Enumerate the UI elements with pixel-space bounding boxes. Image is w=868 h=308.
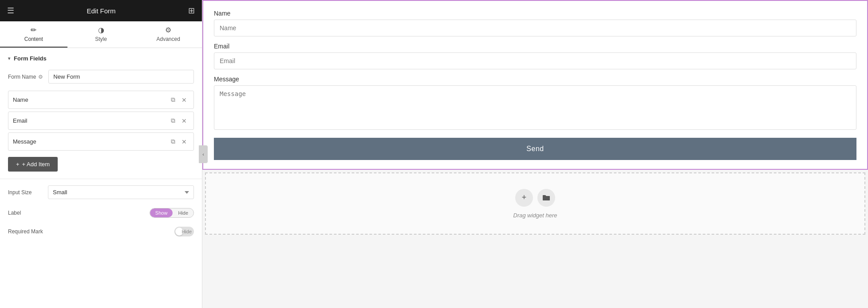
preview-email-title: Email — [214, 43, 856, 50]
drag-widget-text: Drag widget here — [513, 212, 557, 219]
form-fields-section-label: Form Fields — [14, 55, 47, 62]
field-name-label: Name — [13, 96, 169, 103]
form-preview-inner: Name Email Message Send — [203, 1, 867, 169]
label-toggle-switch[interactable]: Show Hide — [150, 208, 194, 218]
field-message-copy-btn[interactable]: ⧉ — [169, 136, 178, 147]
divider — [0, 179, 202, 179]
advanced-tab-icon: ⚙ — [165, 26, 171, 34]
label-toggle-row: Label Show Hide — [0, 204, 202, 222]
form-name-label: Form Name ⚙ — [8, 74, 43, 80]
field-item-email: Email ⧉ ✕ — [8, 112, 194, 130]
label-show-option[interactable]: Show — [150, 208, 173, 217]
label-hide-option[interactable]: Hide — [173, 208, 193, 217]
preview-name-input[interactable] — [214, 20, 856, 36]
add-item-button[interactable]: + + Add Item — [8, 157, 58, 172]
right-panel: Name Email Message Send + — [202, 0, 868, 308]
field-email-delete-btn[interactable]: ✕ — [179, 116, 189, 126]
preview-name-group: Name — [214, 10, 856, 36]
preview-email-group: Email — [214, 43, 856, 69]
form-name-input[interactable] — [48, 70, 194, 84]
content-tab-label: Content — [24, 36, 43, 42]
form-preview-area: Name Email Message Send — [202, 0, 868, 170]
tabs-bar: ✏ Content ◑ Style ⚙ Advanced — [0, 21, 202, 48]
input-size-row: Input Size Small Medium Large — [0, 181, 202, 204]
field-list: Name ⧉ ✕ Email ⧉ ✕ Message ⧉ — [0, 91, 202, 151]
left-panel: ☰ Edit Form ⊞ ✏ Content ◑ Style ⚙ Advanc… — [0, 0, 202, 308]
section-collapse-icon: ▾ — [8, 56, 10, 61]
field-item-message: Message ⧉ ✕ — [8, 132, 194, 151]
folder-widget-icon[interactable] — [537, 189, 555, 207]
top-bar: ☰ Edit Form ⊞ — [0, 0, 202, 21]
style-tab-label: Style — [95, 36, 107, 42]
style-tab-icon: ◑ — [98, 26, 104, 34]
form-name-settings-icon[interactable]: ⚙ — [38, 74, 43, 80]
hamburger-icon[interactable]: ☰ — [7, 6, 14, 16]
right-content: Name Email Message Send + — [202, 0, 868, 308]
field-message-delete-btn[interactable]: ✕ — [179, 136, 189, 147]
sidebar-collapse-button[interactable]: ‹ — [199, 145, 208, 163]
field-email-copy-btn[interactable]: ⧉ — [169, 116, 178, 126]
edit-form-title: Edit Form — [14, 7, 188, 15]
preview-message-group: Message — [214, 76, 856, 132]
form-fields-section-header[interactable]: ▾ Form Fields — [0, 48, 202, 67]
required-mark-row: Required Mark Hide — [0, 222, 202, 241]
preview-message-title: Message — [214, 76, 856, 83]
field-name-delete-btn[interactable]: ✕ — [179, 95, 189, 105]
label-toggle-label: Label — [8, 210, 145, 216]
required-mark-toggle[interactable]: Hide — [174, 227, 194, 236]
field-name-copy-btn[interactable]: ⧉ — [169, 95, 178, 105]
input-size-select[interactable]: Small Medium Large — [48, 185, 194, 199]
add-item-icon: + — [16, 161, 20, 168]
field-email-actions: ⧉ ✕ — [169, 116, 189, 126]
content-tab-icon: ✏ — [31, 26, 36, 34]
drag-widget-icons: + — [515, 189, 555, 207]
tab-advanced[interactable]: ⚙ Advanced — [134, 21, 202, 48]
required-mark-label: Required Mark — [8, 228, 170, 235]
tab-content[interactable]: ✏ Content — [0, 21, 67, 48]
field-message-label: Message — [13, 138, 169, 145]
advanced-tab-label: Advanced — [156, 36, 180, 42]
tab-style[interactable]: ◑ Style — [67, 21, 135, 48]
input-size-label: Input Size — [8, 189, 43, 196]
drag-widget-area[interactable]: + Drag widget here — [205, 172, 865, 235]
field-item-name: Name ⧉ ✕ — [8, 91, 194, 109]
add-widget-icon[interactable]: + — [515, 189, 533, 207]
send-button[interactable]: Send — [214, 138, 856, 160]
grid-icon[interactable]: ⊞ — [188, 6, 195, 16]
field-email-label: Email — [13, 117, 169, 124]
preview-name-title: Name — [214, 10, 856, 17]
form-name-row: Form Name ⚙ — [0, 67, 202, 91]
preview-message-textarea[interactable] — [214, 85, 856, 130]
add-item-label: + Add Item — [22, 161, 50, 168]
field-message-actions: ⧉ ✕ — [169, 136, 189, 147]
required-mark-hide-label: Hide — [181, 229, 192, 234]
field-name-actions: ⧉ ✕ — [169, 95, 189, 105]
preview-email-input[interactable] — [214, 52, 856, 69]
panel-content: ▾ Form Fields Form Name ⚙ Name ⧉ ✕ — [0, 48, 202, 308]
